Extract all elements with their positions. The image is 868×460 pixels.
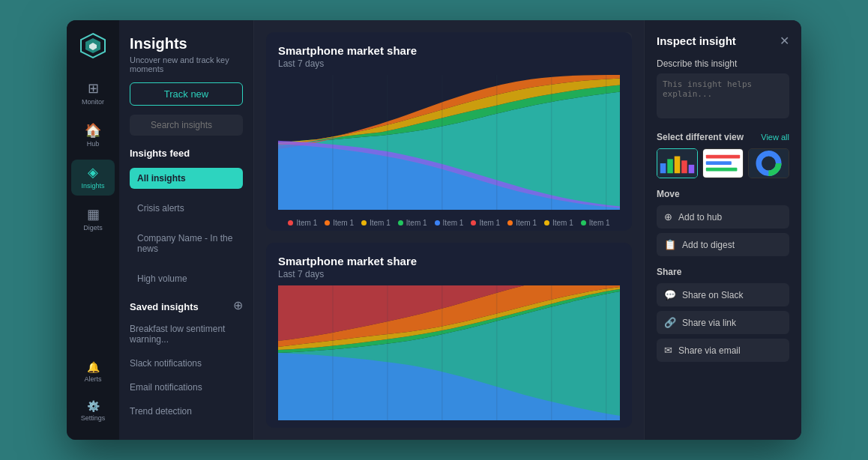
email-icon: ✉: [664, 345, 672, 356]
svg-rect-20: [689, 165, 695, 173]
monitor-icon: ⊞: [88, 82, 99, 95]
chart-card-1[interactable]: Smartphone market share Last 7 days Item…: [266, 243, 632, 428]
slack-icon: 💬: [664, 289, 676, 300]
hub-action-icon: ⊕: [664, 211, 672, 223]
chart-card-0[interactable]: Smartphone market share Last 7 days: [266, 32, 632, 231]
saved-header: Saved insights ⊕: [130, 298, 243, 312]
streamgraph-0: [278, 75, 620, 210]
view-section: Select different view View all: [657, 132, 789, 178]
share-email-label: Share via email: [678, 345, 741, 356]
share-link-button[interactable]: 🔗 Share via link: [657, 311, 789, 334]
inspect-panel: Inspect insight ✕ Describe this insight …: [644, 20, 801, 440]
nav-item-hub[interactable]: 🏠 Hub: [71, 118, 115, 154]
view-thumb-0[interactable]: [657, 148, 698, 178]
add-to-hub-label: Add to hub: [678, 212, 722, 223]
share-section: Share 💬 Share on Slack 🔗 Share via link …: [657, 267, 789, 362]
share-label: Share: [657, 267, 789, 277]
inspect-header: Inspect insight ✕: [657, 34, 789, 48]
search-input[interactable]: [130, 115, 243, 136]
saved-item-1[interactable]: Slack notifications: [130, 356, 243, 371]
add-to-hub-button[interactable]: ⊕ Add to hub: [657, 205, 789, 229]
saved-item-0[interactable]: Breakfast low sentiment warning...: [130, 321, 243, 347]
svg-rect-24: [706, 168, 738, 172]
add-to-digest-label: Add to digest: [682, 240, 735, 250]
svg-rect-18: [675, 157, 681, 174]
share-slack-button[interactable]: 💬 Share on Slack: [657, 283, 789, 306]
share-link-label: Share via link: [682, 318, 736, 328]
streamgraph-1: [278, 285, 620, 420]
search-wrapper: 🔍: [130, 115, 243, 136]
nav-label-insights: Insights: [81, 182, 104, 190]
add-saved-button[interactable]: ⊕: [233, 298, 243, 312]
saved-title: Saved insights: [130, 301, 199, 312]
app-window: ⊞ Monitor 🏠 Hub ◈ Insights ▦ Digets 🔔 Al…: [67, 20, 801, 440]
feed-item-crisis[interactable]: Crisis alerts: [130, 198, 243, 219]
share-email-button[interactable]: ✉ Share via email: [657, 339, 789, 362]
svg-rect-17: [667, 159, 673, 173]
svg-rect-23: [706, 161, 732, 165]
panel-title: Insights: [130, 35, 243, 52]
digets-icon: ▦: [87, 208, 100, 221]
app-logo: [79, 32, 106, 62]
feed-item-company[interactable]: Company Name - In the news: [130, 228, 243, 259]
nav-label-settings: Settings: [81, 414, 106, 422]
insights-icon: ◈: [88, 166, 98, 179]
link-icon: 🔗: [664, 317, 676, 328]
nav-item-digets[interactable]: ▦ Digets: [71, 202, 115, 237]
nav-label-alerts: Alerts: [84, 375, 101, 383]
sidebar: ⊞ Monitor 🏠 Hub ◈ Insights ▦ Digets 🔔 Al…: [67, 20, 119, 440]
main-content: Filter Smartphone market share Last 7 da…: [254, 20, 644, 440]
view-thumb-1[interactable]: [702, 148, 744, 178]
describe-section: Describe this insight: [657, 58, 789, 121]
feed-item-highvol[interactable]: High volume: [130, 268, 243, 289]
panel-subtitle: Uncover new and track key moments: [130, 55, 243, 73]
digest-action-icon: 📋: [664, 239, 676, 250]
nav-item-alerts[interactable]: 🔔 Alerts: [71, 356, 115, 389]
close-button[interactable]: ✕: [780, 34, 789, 48]
view-header: Select different view View all: [657, 132, 789, 142]
insights-panel: Insights Uncover new and track key momen…: [119, 20, 254, 440]
track-new-button[interactable]: Track new: [130, 82, 243, 106]
describe-label: Describe this insight: [657, 58, 789, 69]
chart-title-1: Smartphone market share: [278, 255, 620, 267]
svg-rect-19: [681, 160, 687, 173]
nav-item-insights[interactable]: ◈ Insights: [71, 160, 115, 196]
move-actions: ⊕ Add to hub 📋 Add to digest: [657, 205, 789, 256]
view-all-link[interactable]: View all: [761, 133, 789, 142]
nav-item-monitor[interactable]: ⊞ Monitor: [71, 76, 115, 112]
move-label: Move: [657, 189, 789, 199]
feed-section-title: Insights feed: [130, 148, 243, 159]
chart-title-0: Smartphone market share: [278, 44, 620, 57]
view-thumbnails: [657, 148, 789, 178]
inspect-title: Inspect insight: [657, 34, 736, 47]
svg-rect-22: [706, 155, 740, 159]
nav-label-digets: Digets: [83, 224, 103, 231]
alerts-icon: 🔔: [87, 362, 100, 372]
share-actions: 💬 Share on Slack 🔗 Share via link ✉ Shar…: [657, 283, 789, 362]
chart-subtitle-1: Last 7 days: [278, 269, 620, 279]
saved-item-3[interactable]: Trend detection: [130, 404, 243, 419]
share-slack-label: Share on Slack: [682, 290, 743, 300]
describe-textarea[interactable]: [657, 73, 789, 118]
nav-item-settings[interactable]: ⚙️ Settings: [71, 395, 115, 428]
view-label: Select different view: [657, 132, 744, 142]
saved-item-2[interactable]: Email notifications: [130, 380, 243, 395]
nav-label-hub: Hub: [87, 140, 100, 148]
hub-icon: 🏠: [85, 124, 101, 137]
chart-subtitle-0: Last 7 days: [278, 58, 620, 69]
feed-item-all[interactable]: All insights: [130, 168, 243, 189]
nav-label-monitor: Monitor: [82, 98, 104, 106]
svg-rect-16: [660, 163, 666, 173]
settings-icon: ⚙️: [87, 401, 100, 411]
add-to-digest-button[interactable]: 📋 Add to digest: [657, 233, 789, 256]
chart-legend-0: Item 1 Item 1 Item 1 Item 1 Item 1 Item …: [278, 219, 620, 231]
move-section: Move ⊕ Add to hub 📋 Add to digest: [657, 189, 789, 256]
view-thumb-2[interactable]: [748, 148, 789, 178]
